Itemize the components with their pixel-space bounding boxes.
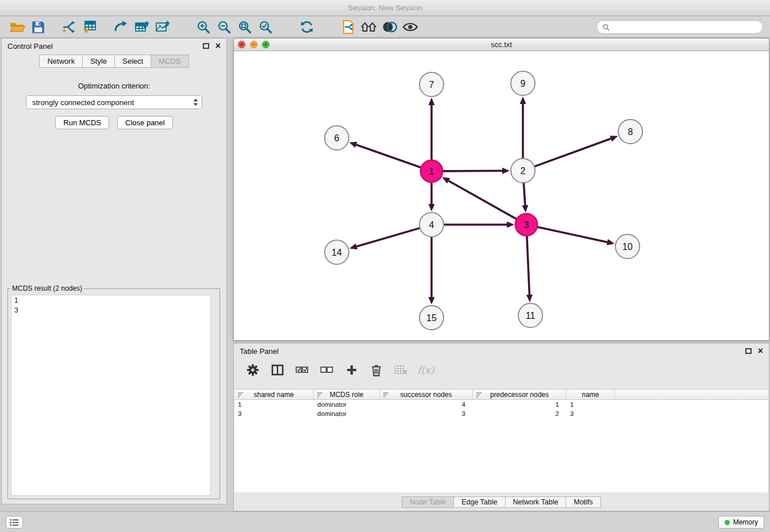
mcds-buttons: Run MCDS Close panel: [2, 116, 226, 129]
export-image-icon: [155, 20, 170, 34]
edge-3-11[interactable]: [527, 236, 530, 295]
deselect-all-button[interactable]: [319, 363, 334, 377]
node-label: 9: [521, 79, 526, 88]
gear-button[interactable]: [245, 363, 260, 377]
table-toolbar: f(x): [234, 358, 769, 381]
export-network-button[interactable]: [110, 18, 131, 36]
zoom-in-button[interactable]: [193, 18, 214, 36]
float-panel-icon[interactable]: [203, 43, 209, 49]
zoom-in-icon: [197, 20, 211, 34]
memory-status-icon: [725, 520, 730, 525]
network-graph[interactable]: 7968124314101511: [234, 51, 769, 341]
table-row[interactable]: 1dominator411: [234, 400, 768, 409]
float-panel-icon[interactable]: [745, 348, 752, 354]
table-cell: 1: [234, 401, 314, 408]
edge-2-3[interactable]: [523, 183, 525, 205]
node-label: 10: [622, 242, 633, 252]
list-icon: [10, 519, 19, 526]
column-view-button[interactable]: [270, 363, 285, 377]
plus-icon: [346, 364, 357, 376]
tab-node-table[interactable]: Node Table: [402, 496, 454, 508]
titlebar: Session: New Session: [0, 0, 770, 16]
fx-icon: f(x): [417, 364, 434, 376]
tab-mcds[interactable]: MCDS: [151, 55, 188, 68]
node-label: 15: [426, 313, 437, 323]
column-header-predecessor-nodes[interactable]: predecessor nodes: [473, 390, 567, 399]
edge-2-8[interactable]: [534, 138, 611, 167]
zoom-fit-button[interactable]: [234, 18, 255, 36]
edge-1-2[interactable]: [442, 171, 502, 171]
search-input[interactable]: [613, 23, 757, 32]
optimization-criterion-dropdown[interactable]: strongly connected component: [26, 95, 202, 109]
table-panel-tabs: Node Table Edge Table Network Table Moti…: [234, 496, 769, 508]
column-header-mcds-role[interactable]: MCDS role: [314, 390, 380, 399]
refresh-icon: [299, 20, 314, 34]
show-hide-button[interactable]: [400, 18, 421, 36]
tab-network[interactable]: Network: [39, 55, 83, 68]
table-header-row: shared name MCDS role successor nodes pr…: [234, 389, 768, 400]
style-wizard-icon: [382, 20, 398, 34]
window-zoom-icon[interactable]: +: [262, 41, 270, 48]
column-header-label: MCDS role: [330, 391, 364, 399]
node-label: 11: [526, 311, 536, 321]
tab-motifs[interactable]: Motifs: [566, 496, 600, 508]
search-icon: [602, 24, 610, 31]
first-neighbors-button[interactable]: [359, 18, 379, 36]
status-bar: Memory: [0, 511, 770, 532]
node-label: 7: [429, 80, 434, 90]
mcds-result-text[interactable]: 1 3: [11, 295, 211, 496]
edge-1-6[interactable]: [356, 145, 421, 168]
sort-icon: [317, 392, 323, 398]
import-network-button[interactable]: [59, 18, 79, 36]
run-mcds-button[interactable]: Run MCDS: [55, 116, 109, 129]
close-panel-button[interactable]: Close panel: [117, 116, 173, 129]
control-panel: Control Panel × Network Style Select MCD…: [1, 38, 227, 504]
export-image-button[interactable]: [152, 18, 172, 36]
node-table[interactable]: shared name MCDS role successor nodes pr…: [234, 389, 768, 492]
dropdown-selected-value: strongly connected component: [32, 98, 134, 107]
memory-label: Memory: [733, 518, 758, 526]
main-toolbar: [0, 17, 770, 38]
function-builder-button[interactable]: f(x): [418, 363, 433, 377]
network-file-button[interactable]: [338, 18, 359, 36]
tab-select[interactable]: Select: [115, 55, 151, 68]
close-panel-icon[interactable]: ×: [215, 41, 221, 51]
control-panel-tabs: Network Style Select MCDS: [2, 55, 226, 68]
table-cell: 3: [380, 410, 473, 417]
import-table-button[interactable]: [79, 18, 100, 36]
edge-arrow-icon: [349, 142, 357, 148]
style-wizard-button[interactable]: [379, 18, 400, 36]
task-history-button[interactable]: [6, 516, 23, 529]
column-header-name[interactable]: name: [567, 390, 615, 399]
window-close-icon[interactable]: ×: [238, 41, 245, 48]
eye-icon: [402, 21, 418, 33]
memory-button[interactable]: Memory: [718, 516, 764, 529]
tab-edge-table[interactable]: Edge Table: [454, 496, 505, 508]
network-window-titlebar: scc.txt × − +: [234, 38, 769, 51]
column-header-shared-name[interactable]: shared name: [234, 390, 314, 399]
export-table-button[interactable]: [131, 18, 152, 36]
delete-table-button[interactable]: [394, 363, 409, 377]
tab-style[interactable]: Style: [83, 55, 115, 68]
close-panel-icon[interactable]: ×: [758, 346, 763, 356]
window-minimize-icon[interactable]: −: [250, 41, 257, 48]
add-column-button[interactable]: [344, 363, 359, 377]
column-header-label: predecessor nodes: [490, 391, 549, 399]
tab-network-table[interactable]: Network Table: [506, 496, 567, 508]
delete-column-button[interactable]: [369, 363, 384, 377]
apply-layout-button[interactable]: [297, 18, 317, 36]
search-box[interactable]: [596, 20, 763, 34]
sort-icon: [237, 392, 244, 398]
save-session-button[interactable]: [28, 18, 48, 36]
column-header-successor-nodes[interactable]: successor nodes: [380, 390, 473, 399]
control-panel-header: Control Panel ×: [2, 38, 226, 53]
table-row[interactable]: 3dominator323: [234, 409, 768, 418]
network-canvas[interactable]: 7968124314101511: [234, 51, 769, 340]
edge-3-1[interactable]: [449, 181, 517, 219]
edge-4-14[interactable]: [357, 228, 420, 246]
zoom-selected-button[interactable]: [255, 18, 276, 36]
zoom-out-button[interactable]: [214, 18, 234, 36]
open-session-button[interactable]: [7, 18, 28, 36]
edge-3-10[interactable]: [537, 227, 607, 242]
select-all-button[interactable]: [295, 363, 310, 377]
